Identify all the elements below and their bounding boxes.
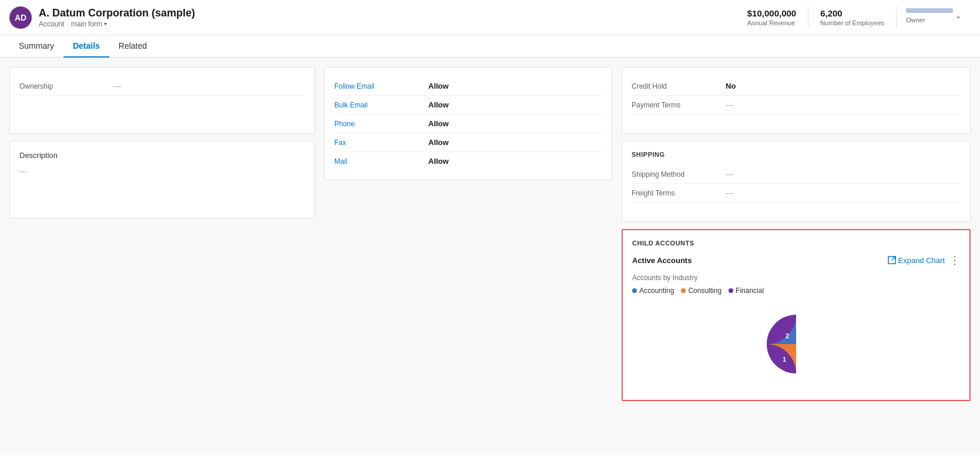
- fax-label: Fax: [334, 139, 428, 147]
- shipping-card: SHIPPING Shipping Method --- Freight Ter…: [622, 141, 971, 222]
- employees-meta: 6,200 Number of Employees: [808, 6, 896, 29]
- ownership-label: Ownership: [19, 82, 113, 90]
- description-value: ---: [19, 167, 305, 176]
- payment-terms-value: ---: [726, 100, 961, 109]
- form-selector[interactable]: main form ▾: [71, 20, 107, 28]
- legend-item-consulting: Consulting: [681, 287, 721, 295]
- child-accounts-title: CHILD ACCOUNTS: [632, 240, 960, 247]
- description-title: Description: [19, 151, 305, 160]
- freight-terms-label: Freight Terms: [632, 189, 726, 197]
- owner-dropdown[interactable]: Owner ⌄: [906, 8, 961, 23]
- header-title-section: A. Datum Corporation (sample) Account · …: [39, 7, 736, 28]
- page-header: AD A. Datum Corporation (sample) Account…: [0, 0, 980, 35]
- mail-value: Allow: [428, 157, 602, 166]
- card-spacer: [632, 115, 961, 124]
- ownership-card: Ownership ---: [9, 67, 315, 134]
- accounts-by-industry-label: Accounts by Industry: [632, 274, 960, 282]
- description-card: Description ---: [9, 141, 315, 218]
- avatar: AD: [9, 6, 32, 29]
- account-name: A. Datum Corporation (sample): [39, 7, 736, 19]
- annual-revenue-meta: $10,000,000 Annual Revenue: [736, 6, 808, 29]
- chart-legend: Accounting Consulting Financial: [632, 287, 960, 295]
- active-accounts-label: Active Accounts: [632, 256, 692, 265]
- annual-revenue-label: Annual Revenue: [747, 19, 796, 26]
- payment-terms-label: Payment Terms: [632, 101, 726, 109]
- bulk-email-label: Bulk Email: [334, 101, 428, 109]
- right-column: Credit Hold No Payment Terms --- SHIPPIN…: [622, 67, 971, 446]
- bulk-email-field: Bulk Email Allow: [334, 96, 602, 115]
- consulting-legend-label: Consulting: [688, 287, 721, 295]
- pie-label-consulting: 1: [783, 356, 786, 363]
- pie-label-financial: 2: [786, 332, 789, 339]
- expand-chart-button[interactable]: Expand Chart: [888, 256, 945, 265]
- tab-bar: Summary Details Related: [0, 35, 980, 58]
- subtitle-dot: ·: [66, 20, 68, 28]
- ownership-field: Ownership ---: [19, 77, 305, 96]
- shipping-method-value: ---: [726, 170, 961, 179]
- credit-hold-label: Credit Hold: [632, 82, 726, 90]
- middle-column: Follow Email Allow Bulk Email Allow Phon…: [324, 67, 612, 446]
- fax-field: Fax Allow: [334, 133, 602, 152]
- pie-chart-svg: 1 1 2: [761, 309, 831, 379]
- payment-terms-field: Payment Terms ---: [632, 96, 961, 115]
- employees-value: 6,200: [820, 8, 884, 18]
- left-column: Ownership --- Description ---: [9, 67, 315, 446]
- ownership-spacer: [19, 96, 305, 124]
- shipping-method-label: Shipping Method: [632, 170, 726, 179]
- pie-chart: 1 1 2: [761, 309, 831, 381]
- phone-value: Allow: [428, 119, 602, 128]
- freight-terms-value: ---: [726, 188, 961, 197]
- follow-email-value: Allow: [428, 82, 602, 90]
- financial-legend-dot: [729, 288, 733, 293]
- tab-summary[interactable]: Summary: [9, 35, 63, 58]
- shipping-method-field: Shipping Method ---: [632, 165, 961, 184]
- chart-actions: Expand Chart ⋮: [888, 254, 961, 267]
- follow-email-label: Follow Email: [334, 82, 428, 90]
- accounting-legend-dot: [632, 288, 637, 293]
- consulting-legend-dot: [681, 288, 686, 293]
- shipping-section-title: SHIPPING: [632, 151, 961, 158]
- owner-label: Owner: [906, 16, 953, 23]
- credit-hold-value: No: [726, 82, 961, 90]
- tab-details[interactable]: Details: [63, 35, 109, 58]
- more-options-icon[interactable]: ⋮: [949, 254, 960, 267]
- freight-terms-field: Freight Terms ---: [632, 184, 961, 203]
- form-name: main form: [71, 20, 102, 28]
- fax-value: Allow: [428, 138, 602, 147]
- financial-legend-label: Financial: [736, 287, 764, 295]
- pie-label-accounting: 1: [809, 334, 813, 341]
- follow-email-field: Follow Email Allow: [334, 77, 602, 96]
- expand-icon: [888, 256, 896, 264]
- owner-bar: [906, 8, 953, 13]
- pie-chart-container: 1 1 2: [632, 304, 960, 390]
- legend-item-accounting: Accounting: [632, 287, 674, 295]
- ownership-value: ---: [113, 82, 305, 90]
- accounting-legend-label: Accounting: [639, 287, 674, 295]
- child-accounts-card: CHILD ACCOUNTS Active Accounts Expand Ch…: [622, 229, 971, 401]
- tab-related[interactable]: Related: [109, 35, 156, 58]
- mail-label: Mail: [334, 157, 428, 166]
- employees-label: Number of Employees: [820, 19, 884, 26]
- header-meta: $10,000,000 Annual Revenue 6,200 Number …: [736, 6, 971, 29]
- contact-preferences-card: Follow Email Allow Bulk Email Allow Phon…: [324, 67, 612, 180]
- annual-revenue-value: $10,000,000: [747, 8, 796, 18]
- credit-hold-field: Credit Hold No: [632, 77, 961, 96]
- phone-field: Phone Allow: [334, 115, 602, 133]
- shipping-card-spacer: [632, 203, 961, 212]
- header-subtitle: Account · main form ▾: [39, 20, 736, 28]
- description-spacer: [19, 190, 305, 208]
- main-content: Ownership --- Description --- Follow Ema…: [0, 58, 980, 455]
- legend-item-financial: Financial: [729, 287, 764, 295]
- chevron-down-icon: ▾: [104, 21, 107, 27]
- mail-field: Mail Allow: [334, 152, 602, 170]
- credit-payment-card: Credit Hold No Payment Terms ---: [622, 67, 971, 134]
- owner-chevron-icon: ⌄: [955, 12, 961, 20]
- expand-chart-label: Expand Chart: [898, 256, 945, 265]
- owner-meta: Owner ⌄: [896, 6, 971, 29]
- account-type: Account: [39, 20, 64, 28]
- bulk-email-value: Allow: [428, 100, 602, 109]
- phone-label: Phone: [334, 120, 428, 128]
- chart-header: Active Accounts Expand Chart ⋮: [632, 254, 960, 267]
